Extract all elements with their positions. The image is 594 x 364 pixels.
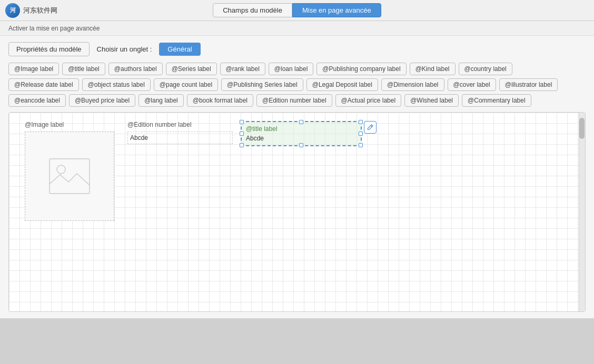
logo-icon: 河 (5, 3, 20, 18)
handle-br[interactable] (359, 143, 363, 147)
edit-icon-button[interactable] (364, 121, 377, 134)
field-tag-buyed-price[interactable]: @Buyed price label (69, 94, 135, 107)
handle-tl[interactable] (240, 120, 244, 124)
title-block[interactable]: @title label Abcde (241, 121, 362, 146)
image-block-label: @Image label (25, 121, 122, 128)
field-tag-release-date[interactable]: @Release date label (8, 78, 79, 91)
tab-champs[interactable]: Champs du modèle (213, 3, 292, 17)
field-tag-book-format[interactable]: @book format label (187, 94, 253, 107)
image-placeholder (25, 132, 114, 221)
app-container: 河 河东软件网 Champs du modèle Mise en page av… (0, 0, 594, 364)
field-tag-legal-deposit[interactable]: @Legal Deposit label (306, 78, 378, 91)
svg-point-1 (57, 165, 65, 174)
subtitle-bar: Activer la mise en page avancée (0, 21, 594, 36)
logo-text: 河东软件网 (23, 6, 57, 15)
model-props-button[interactable]: Propriétés du modèle (8, 42, 90, 56)
svg-rect-0 (49, 159, 90, 194)
field-tag-rank[interactable]: @rank label (220, 63, 265, 75)
field-tag-lang[interactable]: @lang label (138, 94, 184, 107)
field-tag-page-count[interactable]: @page count label (154, 78, 218, 91)
image-icon (48, 158, 91, 195)
field-tag-commentary[interactable]: @Commentary label (462, 94, 531, 107)
choose-tab-label: Choisir un onglet : (97, 45, 152, 53)
edition-label: @Edition number label (127, 121, 233, 128)
scrollbar-thumb[interactable] (579, 118, 585, 139)
field-tag-kind[interactable]: @Kind label (410, 63, 456, 75)
handle-tr[interactable] (359, 120, 363, 124)
scrollbar-track[interactable] (579, 113, 585, 311)
field-tag-publishing-company[interactable]: @Publishing company label (316, 63, 406, 75)
field-tag-eancode[interactable]: @eancode label (8, 94, 66, 107)
field-tag-actual-price[interactable]: @Actual price label (335, 94, 402, 107)
canvas-content: @Image label @Edition number label (25, 121, 563, 303)
handle-ml[interactable] (240, 132, 244, 136)
field-tag-object-status[interactable]: @object status label (82, 78, 151, 91)
field-tag-loan[interactable]: @loan label (269, 63, 314, 75)
field-tag-wished[interactable]: @Wished label (404, 94, 459, 107)
general-button[interactable]: Général (159, 43, 200, 56)
canvas-container[interactable]: @Image label @Edition number label (8, 112, 586, 312)
top-bar: 河 河东软件网 Champs du modèle Mise en page av… (0, 0, 594, 21)
handle-bl[interactable] (240, 143, 244, 147)
field-tag-series[interactable]: @Series label (166, 63, 217, 75)
handle-mr[interactable] (359, 132, 363, 136)
field-tag-edition-number[interactable]: @Edition number label (256, 94, 332, 107)
main-content: Propriétés du modèle Choisir un onglet :… (0, 36, 594, 318)
title-selected-box[interactable]: @title label Abcde (241, 121, 362, 146)
field-tag-authors[interactable]: @authors label (108, 63, 163, 75)
handle-tm[interactable] (299, 120, 303, 124)
title-selected-value: Abcde (246, 135, 357, 142)
field-tag-cover[interactable]: @cover label (448, 78, 496, 91)
subtitle-text: Activer la mise en page avancée (8, 25, 100, 32)
field-tag-illustrator[interactable]: @illustrator label (499, 78, 558, 91)
toolbar-row: Propriétés du modèle Choisir un onglet :… (8, 42, 586, 56)
field-tag-image[interactable]: @Image label (8, 63, 59, 75)
handle-bm[interactable] (299, 143, 303, 147)
pencil-icon (367, 124, 374, 131)
edition-value: Abcde (127, 132, 233, 144)
fields-area: @Image label @title label @authors label… (8, 63, 586, 107)
field-tag-title[interactable]: @title label (62, 63, 105, 75)
tab-mise-en-page[interactable]: Mise en page avancée (292, 3, 381, 17)
field-tag-publishing-series[interactable]: @Publishing Series label (221, 78, 303, 91)
image-block: @Image label (25, 121, 122, 221)
main-window: 河 河东软件网 Champs du modèle Mise en page av… (0, 0, 594, 318)
logo: 河 河东软件网 (5, 3, 57, 18)
title-selected-label: @title label (246, 125, 357, 133)
edition-block: @Edition number label Abcde (127, 121, 233, 144)
field-tag-country[interactable]: @country label (459, 63, 512, 75)
field-tag-dimension[interactable]: @Dimension label (381, 78, 444, 91)
